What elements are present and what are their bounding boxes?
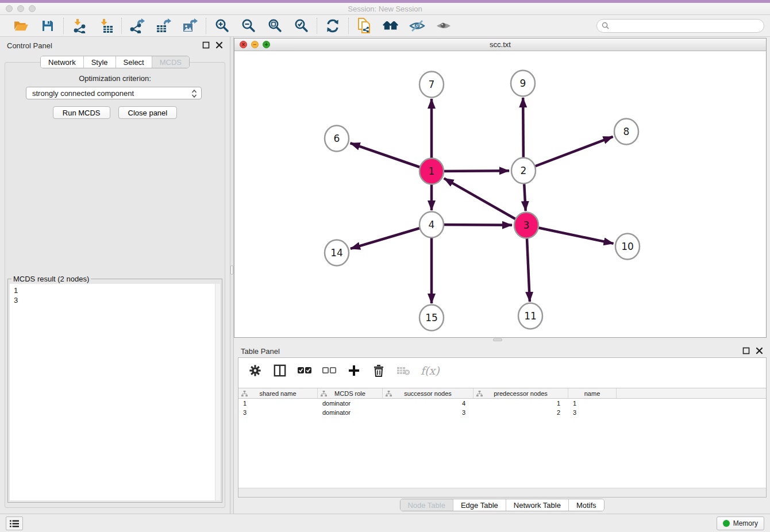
close-panel-button[interactable]: Close panel <box>118 106 178 119</box>
graph-node-label-9: 9 <box>520 78 526 89</box>
tab-network-table[interactable]: Network Table <box>506 499 568 511</box>
graph-node-label-10: 10 <box>621 241 634 252</box>
import-network-icon[interactable] <box>71 18 87 34</box>
vertical-splitter[interactable] <box>230 37 234 514</box>
result-scrollbar[interactable] <box>215 284 220 500</box>
tab-node-table[interactable]: Node Table <box>400 499 453 511</box>
control-panel-title: Control Panel <box>7 41 52 50</box>
memory-button[interactable]: Memory <box>717 516 764 530</box>
mcds-result-text[interactable]: 1 3 <box>10 284 220 500</box>
first-neighbors-icon[interactable] <box>383 18 399 34</box>
graph-node-label-11: 11 <box>524 310 537 322</box>
memory-status-dot <box>723 520 730 527</box>
node-table-container: f(x) shared nameMCDS rolesuccessor nodes… <box>238 357 767 498</box>
table-footer-strip <box>238 488 766 497</box>
zoom-fit-icon[interactable] <box>267 18 283 34</box>
hide-selected-eye-icon[interactable] <box>409 18 425 34</box>
search-input[interactable] <box>612 22 759 30</box>
tab-motifs[interactable]: Motifs <box>568 499 604 511</box>
settings-gear-icon[interactable] <box>248 363 263 378</box>
network-window-titlebar[interactable]: × − + scc.txt <box>234 38 766 51</box>
tab-mcds[interactable]: MCDS <box>152 56 189 68</box>
delete-column-trash-icon[interactable] <box>371 363 386 378</box>
node-table: shared nameMCDS rolesuccessor nodesprede… <box>238 388 766 417</box>
graph-node-label-14: 14 <box>330 247 343 259</box>
column-header-name[interactable]: name <box>568 388 617 398</box>
table-cell[interactable]: 1 <box>238 399 318 408</box>
mcds-result-fieldset: MCDS result (2 nodes) 1 3 <box>7 279 222 503</box>
minimize-network-icon[interactable]: − <box>251 41 259 48</box>
column-header-filler <box>617 388 766 398</box>
table-body: 1dominator4113dominator323 <box>238 399 766 417</box>
task-history-button[interactable] <box>6 516 23 530</box>
graph-node-label-8: 8 <box>623 126 630 137</box>
table-cell[interactable]: 3 <box>383 408 473 417</box>
select-all-checked-icon[interactable] <box>297 363 312 378</box>
column-header-predecessor-nodes[interactable]: predecessor nodes <box>473 388 568 398</box>
table-panel-tabs: Node TableEdge TableNetwork TableMotifs <box>399 499 604 511</box>
table-cell[interactable]: 3 <box>568 408 617 417</box>
network-window-title: scc.txt <box>234 40 766 49</box>
export-network-icon[interactable] <box>129 18 145 34</box>
network-from-file-icon[interactable] <box>356 18 372 34</box>
close-panel-icon[interactable] <box>756 347 763 354</box>
maximize-network-icon[interactable]: + <box>263 41 270 48</box>
control-panel-tabs: NetworkStyleSelectMCDS <box>40 56 190 68</box>
table-toolbar: f(x) <box>238 358 766 383</box>
graph-edge-3-10[interactable] <box>526 225 614 244</box>
zoom-in-icon[interactable] <box>214 18 230 34</box>
control-panel: Control Panel NetworkStyleSelectMCDS Opt… <box>0 37 230 514</box>
table-cell[interactable]: 1 <box>568 399 617 408</box>
tab-style[interactable]: Style <box>83 56 116 68</box>
graph-edge-3-1[interactable] <box>444 178 526 225</box>
tab-network[interactable]: Network <box>41 56 83 68</box>
export-table-icon[interactable] <box>156 18 172 34</box>
refresh-icon[interactable] <box>325 18 341 34</box>
app-titlebar: Session: New Session <box>0 3 770 15</box>
horizontal-splitter[interactable] <box>234 338 770 342</box>
save-session-icon[interactable] <box>40 18 56 34</box>
graph-node-label-1: 1 <box>429 165 435 177</box>
network-graph[interactable]: 7968124314101511 <box>234 51 766 337</box>
open-folder-icon[interactable] <box>13 18 29 34</box>
tab-edge-table[interactable]: Edge Table <box>453 499 506 511</box>
zoom-out-icon[interactable] <box>240 18 256 34</box>
table-row[interactable]: 3dominator323 <box>238 408 766 417</box>
column-header-successor-nodes[interactable]: successor nodes <box>383 388 473 398</box>
table-row[interactable]: 1dominator411 <box>238 399 766 408</box>
graph-node-label-15: 15 <box>425 312 438 323</box>
show-all-eye-icon[interactable] <box>436 18 452 34</box>
export-image-icon[interactable] <box>182 18 198 34</box>
add-column-icon[interactable] <box>346 363 361 378</box>
graph-node-label-4: 4 <box>429 219 435 230</box>
table-cell[interactable]: 2 <box>473 408 568 417</box>
split-columns-icon[interactable] <box>272 363 287 378</box>
column-header-MCDS-role[interactable]: MCDS role <box>318 388 383 398</box>
network-canvas[interactable]: 7968124314101511 <box>234 51 766 337</box>
import-table-icon[interactable] <box>98 18 114 34</box>
zoom-selected-icon[interactable] <box>293 18 309 34</box>
mcds-panel: Optimization criterion: strongly connect… <box>5 62 225 508</box>
float-panel-icon[interactable] <box>742 347 750 354</box>
graph-edge-2-8[interactable] <box>523 137 613 171</box>
table-cell[interactable]: dominator <box>318 408 383 417</box>
splitter-grip[interactable] <box>493 338 502 341</box>
table-panel: Table Panel <box>234 342 770 514</box>
table-cell[interactable]: 4 <box>383 399 473 408</box>
deselect-all-icon[interactable] <box>322 363 337 378</box>
window-title: Session: New Session <box>0 5 770 13</box>
close-panel-icon[interactable] <box>215 41 223 49</box>
criterion-value: strongly connected component <box>32 89 134 98</box>
table-cell[interactable]: 1 <box>473 399 568 408</box>
splitter-grip[interactable] <box>230 265 233 275</box>
criterion-dropdown[interactable]: strongly connected component <box>26 87 202 99</box>
column-header-shared-name[interactable]: shared name <box>238 388 318 398</box>
table-cell[interactable]: dominator <box>318 399 383 408</box>
search-box[interactable] <box>596 19 764 33</box>
optimization-criterion-label: Optimization criterion: <box>5 74 225 83</box>
table-cell[interactable]: 3 <box>238 408 318 417</box>
tab-select[interactable]: Select <box>116 56 152 68</box>
float-panel-icon[interactable] <box>202 41 210 49</box>
run-mcds-button[interactable]: Run MCDS <box>53 106 110 119</box>
close-network-icon[interactable]: × <box>240 41 247 48</box>
